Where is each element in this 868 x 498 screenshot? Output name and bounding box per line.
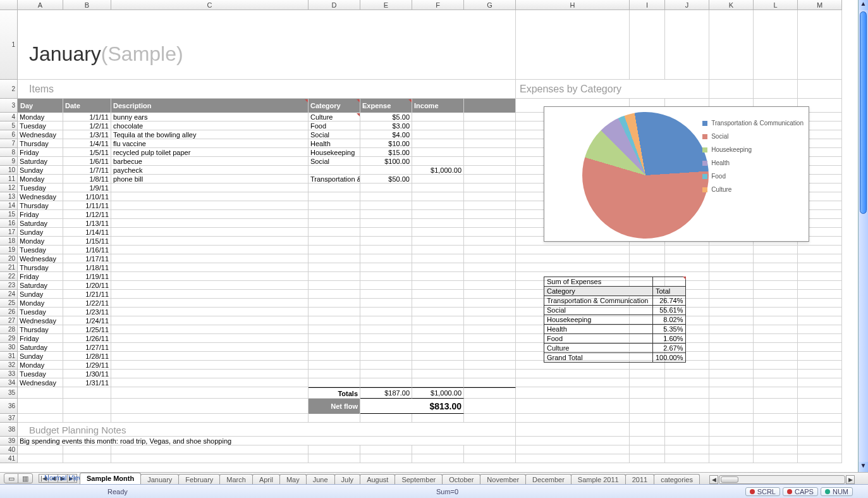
sheet-tab[interactable]: Sample Month bbox=[80, 473, 141, 484]
hdr-description[interactable]: Description bbox=[111, 99, 309, 113]
cell-day[interactable]: Monday bbox=[18, 299, 63, 308]
cell-description[interactable] bbox=[111, 184, 309, 192]
column-header-G[interactable]: G bbox=[464, 0, 516, 9]
cell-income[interactable] bbox=[412, 308, 464, 316]
row-header-10[interactable]: 10 bbox=[0, 166, 18, 175]
view-buttons[interactable]: ▭ ▥ bbox=[4, 473, 33, 483]
cell-income[interactable] bbox=[412, 148, 464, 157]
cell-description[interactable]: barbecue bbox=[111, 157, 309, 166]
cell-description[interactable] bbox=[111, 201, 309, 210]
row-header-35[interactable]: 35 bbox=[0, 387, 18, 399]
cell-income[interactable] bbox=[412, 352, 464, 361]
cell-description[interactable]: paycheck bbox=[111, 166, 309, 175]
row-header-13[interactable]: 13 bbox=[0, 192, 18, 201]
cell-description[interactable]: phone bill bbox=[111, 175, 309, 184]
row-header-4[interactable]: 4 bbox=[0, 113, 18, 121]
status-num[interactable]: NUM bbox=[821, 487, 853, 496]
row-header-28[interactable]: 28 bbox=[0, 325, 18, 334]
cell-expense[interactable] bbox=[360, 343, 412, 352]
cell-day[interactable]: Thursday bbox=[18, 139, 63, 148]
cell-description[interactable] bbox=[111, 316, 309, 325]
cell-category[interactable] bbox=[309, 219, 360, 228]
cell-category[interactable] bbox=[309, 370, 360, 378]
cell-expense[interactable] bbox=[360, 281, 412, 290]
cell-description[interactable] bbox=[111, 237, 309, 246]
cell-date[interactable]: 1/22/11 bbox=[63, 299, 111, 308]
cell-date[interactable]: 1/20/11 bbox=[63, 281, 111, 290]
cell-income[interactable] bbox=[412, 219, 464, 228]
cell-date[interactable]: 1/14/11 bbox=[63, 228, 111, 237]
row-headers[interactable]: 1234567891011121314151617181920212223242… bbox=[0, 10, 18, 463]
cell-income[interactable] bbox=[412, 254, 464, 263]
sheet-tab[interactable]: September bbox=[394, 474, 443, 484]
cell-income[interactable] bbox=[412, 139, 464, 148]
sheet-tab[interactable]: January bbox=[140, 474, 179, 484]
cell-day[interactable]: Monday bbox=[18, 237, 63, 246]
row-header-14[interactable]: 14 bbox=[0, 201, 18, 210]
pie-chart[interactable]: Transportation & CommunicationSocialHous… bbox=[544, 106, 809, 242]
row-header-24[interactable]: 24 bbox=[0, 290, 18, 299]
row-header-30[interactable]: 30 bbox=[0, 343, 18, 352]
cell-description[interactable]: flu vaccine bbox=[111, 139, 309, 148]
cell-category[interactable] bbox=[309, 281, 360, 290]
cell-income[interactable] bbox=[412, 192, 464, 201]
cell-income[interactable] bbox=[412, 325, 464, 334]
row-header-27[interactable]: 27 bbox=[0, 316, 18, 325]
cell-expense[interactable] bbox=[360, 290, 412, 299]
row-header-22[interactable]: 22 bbox=[0, 272, 18, 281]
cell-income[interactable] bbox=[412, 175, 464, 184]
row-header-5[interactable]: 5 bbox=[0, 121, 18, 130]
sheet-tab[interactable]: December bbox=[525, 474, 572, 484]
cell-date[interactable]: 1/11/11 bbox=[63, 201, 111, 210]
cell-category[interactable] bbox=[309, 290, 360, 299]
hscroll-thumb[interactable] bbox=[721, 476, 738, 483]
column-header-A[interactable]: A bbox=[18, 0, 63, 9]
cell-income[interactable] bbox=[412, 343, 464, 352]
cell-day[interactable]: Monday bbox=[18, 113, 63, 121]
vertical-scrollbar[interactable]: ▲ ▼ bbox=[858, 0, 868, 472]
cell-category[interactable] bbox=[309, 201, 360, 210]
cell-date[interactable]: 1/27/11 bbox=[63, 343, 111, 352]
cell-date[interactable]: 1/28/11 bbox=[63, 352, 111, 361]
sheet-tab[interactable]: February bbox=[178, 474, 220, 484]
row-header-41[interactable]: 41 bbox=[0, 454, 18, 463]
horizontal-scrollbar[interactable]: ◀ ▶ bbox=[699, 475, 868, 484]
row-header-31[interactable]: 31 bbox=[0, 352, 18, 361]
row-header-16[interactable]: 16 bbox=[0, 219, 18, 228]
cell-date[interactable]: 1/18/11 bbox=[63, 263, 111, 272]
cell-date[interactable]: 1/5/11 bbox=[63, 148, 111, 157]
cell-day[interactable]: Monday bbox=[18, 175, 63, 184]
column-header-I[interactable]: I bbox=[630, 0, 665, 9]
cell-day[interactable]: Saturday bbox=[18, 219, 63, 228]
cell-income[interactable] bbox=[412, 201, 464, 210]
hdr-date[interactable]: Date bbox=[63, 99, 111, 113]
cell-expense[interactable] bbox=[360, 352, 412, 361]
cell-expense[interactable] bbox=[360, 361, 412, 370]
cell-category[interactable]: Transportation & Com bbox=[309, 175, 360, 184]
cell-expense[interactable] bbox=[360, 166, 412, 175]
cell-description[interactable]: Tequila at the bowling alley bbox=[111, 130, 309, 139]
hdr-category[interactable]: Category bbox=[309, 99, 360, 113]
normal-view-icon[interactable]: ▭ bbox=[4, 474, 18, 483]
cell-category[interactable] bbox=[309, 352, 360, 361]
cell-expense[interactable] bbox=[360, 210, 412, 219]
cell-category[interactable] bbox=[309, 325, 360, 334]
scroll-up-icon[interactable]: ▲ bbox=[859, 0, 868, 10]
cell-description[interactable] bbox=[111, 228, 309, 237]
cell-income[interactable] bbox=[412, 237, 464, 246]
cell-date[interactable]: 1/19/11 bbox=[63, 272, 111, 281]
row-header-19[interactable]: 19 bbox=[0, 246, 18, 254]
cell-date[interactable]: 1/7/11 bbox=[63, 166, 111, 175]
scroll-down-icon[interactable]: ▼ bbox=[859, 462, 868, 472]
cell-category[interactable]: Social bbox=[309, 157, 360, 166]
row-header-18[interactable]: 18 bbox=[0, 237, 18, 246]
cell-date[interactable]: 1/1/11 bbox=[63, 113, 111, 121]
cell-description[interactable] bbox=[111, 352, 309, 361]
cell-income[interactable] bbox=[412, 370, 464, 378]
row-header-25[interactable]: 25 bbox=[0, 299, 18, 308]
row-header-15[interactable]: 15 bbox=[0, 210, 18, 219]
cell-category[interactable] bbox=[309, 272, 360, 281]
row-header-9[interactable]: 9 bbox=[0, 157, 18, 166]
cell-description[interactable] bbox=[111, 192, 309, 201]
cell-day[interactable]: Tuesday bbox=[18, 121, 63, 130]
